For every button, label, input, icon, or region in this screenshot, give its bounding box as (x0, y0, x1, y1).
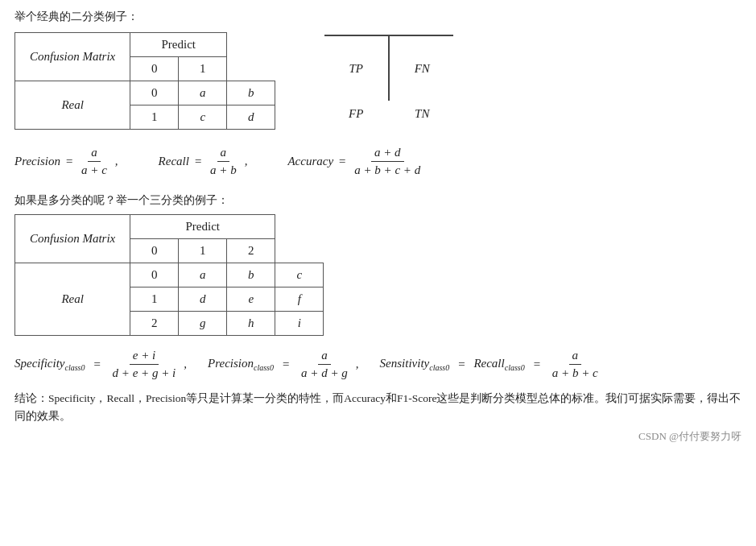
specificity-comma: , (184, 358, 187, 371)
specificity-num: e + i (130, 347, 159, 365)
multi-precision-comma: , (356, 358, 359, 371)
binary-col-1: 1 (179, 57, 227, 81)
precision-formula: Precision = a a + c , (14, 144, 118, 179)
precision-eq: = (65, 155, 73, 168)
multi-formulas: Specificityclass0 = e + i d + e + g + i … (14, 347, 742, 382)
fn-cell: FN (390, 56, 454, 82)
specificity-subscript: class0 (64, 363, 85, 372)
multi-cell-e: e (227, 287, 275, 312)
binary-formulas: Precision = a a + c , Recall = a a + b ,… (14, 141, 742, 182)
multi-cell-i: i (275, 312, 324, 336)
multi-cell-b: b (227, 263, 275, 287)
multi-cell-d: d (179, 287, 227, 312)
multi-cell-a: a (179, 263, 227, 287)
accuracy-formula: Accuracy = a + d a + b + c + d (287, 144, 423, 179)
binary-cell-b: b (227, 81, 275, 105)
multi-col-1: 1 (179, 239, 227, 263)
multi-precision-num: a (318, 347, 331, 365)
sensitivity-fraction: a a + b + c (549, 347, 601, 382)
tp-fn-row2: FP TN (324, 101, 454, 127)
recall-comma: , (245, 155, 248, 168)
multi-precision-formula: Precisionclass0 = a a + d + g , (208, 347, 359, 382)
precision-num: a (88, 144, 101, 162)
fp-cell: FP (324, 101, 388, 127)
recall-fraction: a a + b (207, 144, 240, 179)
intro-multi: 如果是多分类的呢？举一个三分类的例子： (14, 193, 742, 208)
precision-label: Precision (14, 155, 60, 168)
multi-cm-title: Confusion Matrix (15, 215, 130, 263)
specificity-formula: Specificityclass0 = e + i d + e + g + i … (14, 347, 187, 382)
multi-row2-label: 2 (130, 312, 179, 336)
multi-row0-label: 0 (130, 263, 179, 287)
binary-col-0: 0 (130, 57, 179, 81)
multi-cell-h: h (227, 312, 275, 336)
multi-cell-c: c (275, 263, 324, 287)
sensitivity-eq1: = (457, 358, 465, 371)
precision-fraction: a a + c (78, 144, 110, 179)
footer: CSDN @付付要努力呀 (14, 429, 742, 444)
sensitivity-subscript: class0 (429, 363, 449, 372)
multi-precision-den: a + d + g (298, 365, 351, 382)
multi-col-0: 0 (130, 239, 179, 263)
sensitivity-formula: Sensitivityclass0 = Recallclass0 = a a +… (380, 347, 601, 382)
multi-cell-f: f (275, 287, 324, 312)
accuracy-fraction: a + d a + b + c + d (351, 144, 423, 179)
multi-section: Confusion Matrix Predict 0 1 2 Real 0 a … (14, 214, 742, 336)
sensitivity-eq2: = (533, 358, 541, 371)
accuracy-label: Accuracy (287, 155, 333, 168)
sensitivity-num: a (569, 347, 582, 365)
multi-predict-label: Predict (130, 215, 275, 239)
accuracy-den: a + b + c + d (351, 162, 423, 179)
multi-precision-label: Precisionclass0 (208, 357, 274, 372)
recall-den: a + b (207, 162, 240, 179)
sensitivity-label: Sensitivityclass0 (380, 357, 450, 372)
binary-predict-label: Predict (130, 33, 227, 57)
recall-subscript-multi: class0 (505, 363, 525, 372)
binary-cell-a: a (179, 81, 227, 105)
multi-precision-eq: = (282, 358, 290, 371)
recall-label: Recall (159, 155, 189, 168)
sensitivity-den: a + b + c (549, 365, 601, 382)
binary-row1-label: 1 (130, 105, 179, 130)
binary-cell-c: c (179, 105, 227, 130)
multi-real-label: Real (15, 263, 130, 336)
intro-binary: 举个经典的二分类例子： (14, 10, 742, 24)
precision-comma: , (115, 155, 118, 168)
binary-confusion-matrix: Confusion Matrix Predict 0 1 Real 0 a b … (14, 32, 275, 130)
conclusion: 结论：Specificity，Recall，Precision等只是计算某一分类… (14, 390, 742, 424)
tp-fn-row1: TP FN (324, 36, 454, 101)
multi-col-2: 2 (227, 239, 275, 263)
multi-confusion-matrix: Confusion Matrix Predict 0 1 2 Real 0 a … (14, 214, 324, 336)
multi-precision-fraction: a a + d + g (298, 347, 351, 382)
multi-precision-subscript: class0 (254, 363, 274, 372)
recall-formula: Recall = a a + b , (159, 144, 248, 179)
binary-cell-d: d (227, 105, 275, 130)
accuracy-eq: = (338, 155, 346, 168)
specificity-eq: = (93, 358, 101, 371)
accuracy-num: a + d (371, 144, 404, 162)
binary-real-label: Real (15, 81, 130, 130)
recall-num: a (217, 144, 230, 162)
recall-eq: = (194, 155, 202, 168)
multi-row1-label: 1 (130, 287, 179, 312)
precision-den: a + c (78, 162, 110, 179)
tp-cell: TP (324, 56, 388, 82)
recall-label-multi: Recallclass0 (473, 357, 524, 372)
binary-row0-label: 0 (130, 81, 179, 105)
specificity-label: Specificityclass0 (14, 357, 85, 372)
binary-cm-title: Confusion Matrix (15, 33, 130, 81)
specificity-fraction: e + i d + e + g + i (109, 347, 180, 382)
multi-cell-g: g (179, 312, 227, 336)
tp-fn-grid: TP FN FP TN (324, 35, 454, 127)
specificity-den: d + e + g + i (109, 365, 180, 382)
tn-cell: TN (390, 101, 454, 127)
binary-section: Confusion Matrix Predict 0 1 Real 0 a b … (14, 32, 742, 130)
